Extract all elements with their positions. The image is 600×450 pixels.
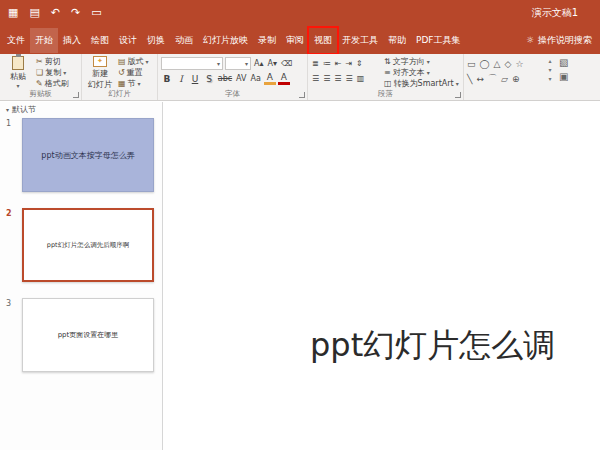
shapes-gallery-scrollbar[interactable]: ▴ ▾ ▾ bbox=[545, 56, 555, 83]
italic-button[interactable]: I bbox=[175, 74, 187, 84]
text-highlight-color-button[interactable]: A bbox=[264, 73, 276, 85]
section-button[interactable]: ▦ 节 ▾ bbox=[118, 78, 149, 89]
start-slideshow-icon[interactable]: ▭ bbox=[91, 0, 101, 26]
grow-font-button[interactable]: A▴ bbox=[253, 59, 265, 68]
shape-icon[interactable]: ◯ bbox=[480, 59, 490, 69]
tab-home[interactable]: 开始 bbox=[30, 28, 58, 53]
slide-number: 2 bbox=[6, 209, 12, 218]
bold-button[interactable]: B bbox=[161, 74, 173, 84]
strikethrough-button[interactable]: abc bbox=[217, 74, 233, 83]
undo-icon[interactable]: ↶ bbox=[51, 0, 60, 26]
smartart-button[interactable]: ◫ 转换为SmartArt ▾ bbox=[384, 78, 459, 89]
shapes-gallery[interactable]: ▭ ◯ △ ◇ ☆ ╲ ↔ ⌒ ▱ ⊕ bbox=[467, 56, 545, 86]
tell-me-search[interactable]: ☼ 操作说明搜索 bbox=[526, 34, 598, 47]
slide-number: 3 bbox=[6, 299, 11, 308]
decrease-indent-button[interactable]: ⇤ bbox=[334, 59, 343, 68]
powerpoint-window: ▦ ▤ ↶ ↷ ▭ 演示文稿1 文件 开始 插入 绘图 设计 切换 动画 幻灯片… bbox=[0, 0, 600, 450]
quick-styles-button[interactable]: ▣ bbox=[559, 70, 568, 84]
dialog-launcher-icon[interactable] bbox=[299, 92, 305, 98]
tab-animations[interactable]: 动画 bbox=[170, 28, 198, 53]
bullets-button[interactable]: ≣ bbox=[311, 59, 320, 68]
tab-pdf-tools[interactable]: PDF工具集 bbox=[411, 28, 466, 53]
new-slide-button[interactable]: ✦ 新建 幻灯片 bbox=[85, 56, 115, 90]
font-color-button[interactable]: A bbox=[278, 73, 290, 85]
columns-button[interactable]: ▥ bbox=[356, 74, 366, 83]
shape-icon[interactable]: ╲ bbox=[467, 74, 472, 84]
arrange-button[interactable]: ▧ bbox=[559, 56, 568, 70]
shape-icon[interactable]: ◇ bbox=[505, 59, 512, 69]
paste-button[interactable]: 粘贴 ▾ bbox=[3, 56, 33, 90]
layout-label: 版式 bbox=[128, 56, 144, 67]
paste-label: 粘贴 bbox=[10, 71, 26, 82]
font-name-select[interactable]: ▾ bbox=[161, 57, 223, 70]
dialog-launcher-icon[interactable] bbox=[455, 92, 461, 98]
app-grid-icon[interactable]: ▦ bbox=[8, 0, 18, 26]
tab-help[interactable]: 帮助 bbox=[383, 28, 411, 53]
shape-icon[interactable]: ☆ bbox=[515, 59, 523, 69]
copy-button[interactable]: ❏ 复制 ▾ bbox=[36, 67, 69, 78]
align-right-button[interactable]: ☰ bbox=[333, 74, 342, 83]
scissors-icon: ✂ bbox=[36, 57, 43, 66]
chevron-down-icon: ▾ bbox=[16, 82, 19, 89]
change-case-button[interactable]: Aa bbox=[249, 74, 261, 83]
chevron-down-icon: ▾ bbox=[245, 60, 248, 67]
underline-button[interactable]: U bbox=[189, 74, 201, 84]
shape-icon[interactable]: ▭ bbox=[467, 59, 476, 69]
line-spacing-button[interactable]: ⇕ bbox=[355, 59, 364, 68]
justify-button[interactable]: ☰ bbox=[345, 74, 354, 83]
format-painter-button[interactable]: ✎ 格式刷 bbox=[36, 78, 69, 89]
align-center-button[interactable]: ☰ bbox=[322, 74, 331, 83]
shape-icon[interactable]: ↔ bbox=[476, 74, 484, 84]
save-icon[interactable]: ▤ bbox=[29, 0, 39, 26]
shape-icon[interactable]: ⊕ bbox=[512, 74, 520, 84]
slide-thumbnail[interactable]: ppt幻灯片怎么调先后顺序啊 bbox=[22, 208, 154, 282]
shape-icon[interactable]: △ bbox=[494, 59, 501, 69]
format-painter-label: 格式刷 bbox=[45, 78, 69, 89]
shrink-font-button[interactable]: A▾ bbox=[267, 59, 279, 68]
text-shadow-button[interactable]: S bbox=[203, 74, 215, 84]
tab-file[interactable]: 文件 bbox=[2, 28, 30, 53]
clear-format-button[interactable]: ⌫ bbox=[280, 59, 293, 68]
cut-button[interactable]: ✂ 剪切 bbox=[36, 56, 69, 67]
slide-thumbnail[interactable]: ppt动画文本按字母怎么弄 bbox=[22, 118, 154, 192]
slide-thumbnail[interactable]: ppt页面设置在哪里 bbox=[22, 298, 154, 372]
paragraph-group: ≣ ≔ ⇤ ⇥ ⇕ ☰ ☰ ☰ ☰ ▥ ⇅ 文字方向 ▾ ≡ bbox=[308, 54, 464, 100]
section-collapse-icon[interactable]: ▾ bbox=[6, 106, 9, 113]
shape-icon[interactable]: ▱ bbox=[501, 74, 508, 84]
tab-draw[interactable]: 绘图 bbox=[86, 28, 114, 53]
tab-design[interactable]: 设计 bbox=[114, 28, 142, 53]
tab-developer[interactable]: 开发工具 bbox=[337, 28, 383, 53]
slides-pane: ▾ 默认节 1 ppt动画文本按字母怎么弄 2 ppt幻灯片怎么调先后顺序啊 3… bbox=[0, 102, 163, 450]
font-size-select[interactable]: ▾ bbox=[225, 57, 251, 70]
slides-group: ✦ 新建 幻灯片 ▤ 版式 ▾ ↺ 重置 ▦ 节 ▾ bbox=[82, 54, 158, 100]
redo-icon[interactable]: ↷ bbox=[71, 0, 80, 26]
numbering-button[interactable]: ≔ bbox=[322, 59, 332, 68]
slide-title-text[interactable]: ppt幻灯片怎么调 bbox=[310, 324, 555, 368]
text-direction-button[interactable]: ⇅ 文字方向 ▾ bbox=[384, 56, 459, 67]
tab-slideshow[interactable]: 幻灯片放映 bbox=[198, 28, 253, 53]
tab-view[interactable]: 视图 bbox=[309, 28, 337, 53]
character-spacing-button[interactable]: AV bbox=[235, 74, 247, 83]
increase-indent-button[interactable]: ⇥ bbox=[344, 59, 353, 68]
scroll-up-icon[interactable]: ▴ bbox=[545, 56, 555, 65]
tab-transitions[interactable]: 切换 bbox=[142, 28, 170, 53]
gallery-more-icon[interactable]: ▾ bbox=[545, 74, 555, 83]
tab-record[interactable]: 录制 bbox=[253, 28, 281, 53]
shape-icon[interactable]: ⌒ bbox=[488, 72, 497, 85]
tab-review[interactable]: 审阅 bbox=[281, 28, 309, 53]
reset-icon: ↺ bbox=[118, 68, 125, 77]
align-text-button[interactable]: ≡ 对齐文本 ▾ bbox=[384, 67, 459, 78]
slide-canvas[interactable]: ppt幻灯片怎么调 bbox=[164, 102, 600, 450]
title-bar: ▦ ▤ ↶ ↷ ▭ 演示文稿1 bbox=[0, 0, 600, 26]
tab-insert[interactable]: 插入 bbox=[58, 28, 86, 53]
copy-label: 复制 bbox=[45, 67, 61, 78]
scroll-down-icon[interactable]: ▾ bbox=[545, 65, 555, 74]
section-header[interactable]: ▾ 默认节 bbox=[6, 104, 36, 115]
reset-button[interactable]: ↺ 重置 bbox=[118, 67, 149, 78]
layout-button[interactable]: ▤ 版式 ▾ bbox=[118, 56, 149, 67]
dialog-launcher-icon[interactable] bbox=[73, 92, 79, 98]
align-left-button[interactable]: ☰ bbox=[311, 74, 320, 83]
layout-icon: ▤ bbox=[118, 57, 126, 66]
chevron-down-icon: ▾ bbox=[456, 80, 459, 87]
ribbon-tab-bar: 文件 开始 插入 绘图 设计 切换 动画 幻灯片放映 录制 审阅 视图 开发工具… bbox=[0, 26, 600, 54]
